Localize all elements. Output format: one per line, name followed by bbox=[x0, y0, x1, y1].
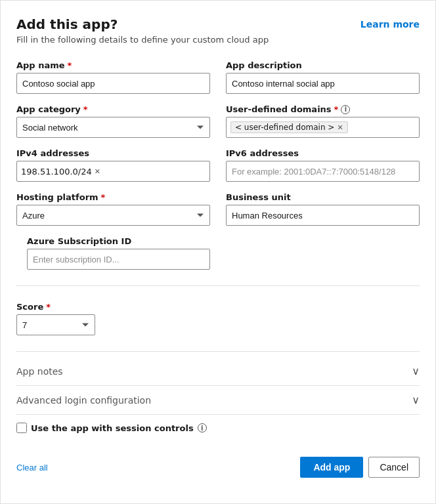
session-controls-label[interactable]: Use the app with session controls bbox=[31, 423, 194, 433]
azure-subscription-label: Azure Subscription ID bbox=[27, 236, 210, 246]
app-category-select-wrapper: Social network Business Entertainment Ed… bbox=[16, 117, 210, 138]
hosting-platform-select-wrapper: Azure AWS Google Cloud Other bbox=[16, 205, 210, 226]
advanced-login-chevron: ∨ bbox=[412, 394, 420, 406]
domain-tag-close[interactable]: ✕ bbox=[337, 123, 343, 132]
hosting-platform-label: Hosting platform * bbox=[16, 192, 210, 202]
ipv4-group: IPv4 addresses 198.51.100.0/24 ✕ bbox=[16, 148, 210, 182]
clear-all-button[interactable]: Clear all bbox=[16, 463, 48, 472]
app-notes-chevron: ∨ bbox=[412, 365, 420, 377]
domain-tag-label: < user-defined domain > bbox=[235, 123, 334, 132]
business-unit-group: Business unit bbox=[226, 192, 420, 226]
score-select[interactable]: 1234 567 8910 bbox=[16, 314, 95, 335]
app-description-group: App description bbox=[226, 60, 420, 94]
azure-subscription-group: Azure Subscription ID bbox=[16, 236, 210, 270]
required-marker: * bbox=[83, 104, 88, 114]
section-divider-2 bbox=[16, 351, 420, 352]
app-notes-label: App notes bbox=[16, 366, 63, 377]
info-icon: i bbox=[341, 105, 350, 114]
score-select-wrapper: 1234 567 8910 bbox=[16, 314, 95, 335]
hosting-platform-select[interactable]: Azure AWS Google Cloud Other bbox=[16, 205, 210, 226]
required-marker: * bbox=[334, 104, 339, 114]
business-unit-label: Business unit bbox=[226, 192, 420, 202]
azure-subscription-input[interactable] bbox=[27, 249, 210, 270]
add-app-dialog: Add this app? Fill in the following deta… bbox=[0, 0, 436, 504]
app-description-input[interactable] bbox=[226, 73, 420, 94]
score-label: Score * bbox=[16, 302, 210, 312]
advanced-login-label: Advanced login configuration bbox=[16, 395, 151, 406]
app-name-label: App name * bbox=[16, 60, 210, 70]
advanced-login-header[interactable]: Advanced login configuration ∨ bbox=[16, 394, 420, 406]
app-notes-collapsible[interactable]: App notes ∨ bbox=[16, 357, 420, 386]
dialog-footer: Clear all Add app Cancel bbox=[16, 452, 420, 478]
user-defined-domains-label: User-defined domains * i bbox=[226, 104, 420, 114]
ipv4-input[interactable]: 198.51.100.0/24 ✕ bbox=[16, 161, 210, 182]
learn-more-link[interactable]: Learn more bbox=[360, 19, 420, 30]
session-controls-section: Use the app with session controls i bbox=[16, 415, 420, 441]
app-category-label: App category * bbox=[16, 104, 210, 114]
session-controls-checkbox[interactable] bbox=[16, 423, 27, 433]
ipv6-label: IPv6 addresses bbox=[226, 148, 420, 158]
app-description-label: App description bbox=[226, 60, 420, 70]
advanced-login-collapsible[interactable]: Advanced login configuration ∨ bbox=[16, 386, 420, 415]
ipv6-input[interactable] bbox=[226, 161, 420, 182]
ipv4-label: IPv4 addresses bbox=[16, 148, 210, 158]
app-notes-header[interactable]: App notes ∨ bbox=[16, 365, 420, 377]
section-divider-1 bbox=[16, 285, 420, 286]
header-text: Add this app? Fill in the following deta… bbox=[16, 16, 269, 45]
add-app-button[interactable]: Add app bbox=[300, 457, 363, 478]
required-marker: * bbox=[46, 302, 51, 312]
ipv4-tag-label: 198.51.100.0/24 bbox=[21, 167, 92, 177]
dialog-title: Add this app? bbox=[16, 16, 269, 32]
session-controls-info-icon: i bbox=[198, 423, 207, 432]
dialog-subtitle: Fill in the following details to define … bbox=[16, 35, 269, 45]
hosting-platform-group: Hosting platform * Azure AWS Google Clou… bbox=[16, 192, 210, 226]
cancel-button[interactable]: Cancel bbox=[368, 457, 420, 478]
footer-buttons: Add app Cancel bbox=[300, 457, 420, 478]
score-group: Score * 1234 567 8910 bbox=[16, 302, 210, 335]
dialog-header: Add this app? Fill in the following deta… bbox=[16, 16, 420, 45]
form-grid: App name * App description App category … bbox=[16, 60, 420, 357]
user-defined-domains-group: User-defined domains * i < user-defined … bbox=[226, 104, 420, 138]
session-controls-checkbox-wrapper: Use the app with session controls i bbox=[16, 423, 207, 433]
app-category-select[interactable]: Social network Business Entertainment Ed… bbox=[16, 117, 210, 138]
user-defined-domains-input[interactable]: < user-defined domain > ✕ bbox=[226, 117, 420, 138]
app-name-group: App name * bbox=[16, 60, 210, 94]
ipv4-tag-close[interactable]: ✕ bbox=[95, 167, 100, 176]
app-name-input[interactable] bbox=[16, 73, 210, 94]
domain-tag: < user-defined domain > ✕ bbox=[230, 121, 348, 133]
app-category-group: App category * Social network Business E… bbox=[16, 104, 210, 138]
required-marker: * bbox=[68, 60, 72, 70]
ipv6-group: IPv6 addresses bbox=[226, 148, 420, 182]
empty-cell-2 bbox=[226, 302, 420, 335]
empty-cell bbox=[226, 236, 420, 270]
business-unit-input[interactable] bbox=[226, 205, 420, 226]
required-marker: * bbox=[101, 192, 106, 202]
ipv4-tag: 198.51.100.0/24 ✕ bbox=[21, 167, 100, 177]
